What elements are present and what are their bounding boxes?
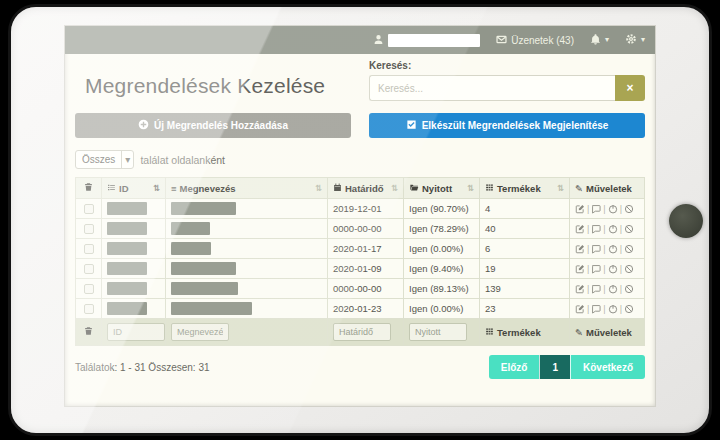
redacted-id [107, 262, 147, 275]
delete-selected-header[interactable] [76, 178, 102, 199]
edit-icon[interactable] [575, 204, 585, 214]
power-icon[interactable] [608, 264, 618, 274]
orders-table: ID ⇅ ≡ Megnevezés ⇅ [75, 177, 645, 346]
table-row: 2020-01-17 Igen (0.00%) 6 | | | [76, 239, 645, 259]
pagination-prev-button[interactable]: Előző [489, 355, 540, 379]
row-checkbox[interactable] [84, 284, 94, 294]
pagination-current-page[interactable]: 1 [539, 355, 570, 379]
filter-name-input[interactable] [171, 323, 229, 341]
header-id-label: ID [119, 183, 129, 194]
page-size-select[interactable]: Összes ▾ [75, 150, 134, 169]
comment-icon[interactable] [591, 244, 601, 254]
edit-icon[interactable] [575, 224, 585, 234]
row-checkbox[interactable] [84, 224, 94, 234]
tablet-home-button[interactable] [669, 204, 703, 238]
tablet-frame: Üzenetek (43) ▾ ▾ Megrendelések Kezelése [8, 4, 712, 436]
row-checkbox[interactable] [84, 264, 94, 274]
header-deadline[interactable]: Határidő ⇅ [328, 178, 404, 199]
notifications-menu[interactable]: ▾ [590, 34, 609, 47]
sort-icon: ⇅ [467, 183, 474, 193]
add-order-button[interactable]: Új Megrendelés Hozzáadása [75, 113, 351, 138]
user-menu[interactable] [373, 34, 480, 47]
separator: | [603, 264, 605, 274]
separator: | [587, 284, 589, 294]
separator: | [620, 244, 622, 254]
edit-icon[interactable] [575, 304, 585, 314]
power-icon[interactable] [608, 244, 618, 254]
header-name[interactable]: ≡ Megnevezés ⇅ [166, 178, 328, 199]
products-cell: 19 [480, 259, 570, 279]
ban-icon[interactable] [624, 284, 634, 294]
settings-menu[interactable]: ▾ [625, 33, 645, 47]
list-icon [107, 183, 116, 194]
edit-icon[interactable] [575, 264, 585, 274]
caret-down-icon: ▾ [641, 36, 645, 44]
deadline-cell: 0000-00-00 [328, 219, 404, 239]
power-icon[interactable] [608, 284, 618, 294]
ban-icon[interactable] [624, 264, 634, 274]
comment-icon[interactable] [591, 204, 601, 214]
products-cell: 6 [480, 239, 570, 259]
filter-deadline-input[interactable] [333, 323, 391, 341]
bell-icon [590, 34, 601, 47]
power-icon[interactable] [608, 224, 618, 234]
separator: | [587, 224, 589, 234]
clear-search-button[interactable]: × [615, 75, 645, 101]
trash-icon[interactable] [84, 182, 93, 192]
edit-icon[interactable] [575, 244, 585, 254]
products-cell: 40 [480, 219, 570, 239]
header-products[interactable]: Termékek ⇅ [480, 178, 570, 199]
filter-open-input[interactable] [409, 323, 467, 341]
messages-link[interactable]: Üzenetek (43) [496, 34, 574, 47]
ban-icon[interactable] [624, 244, 634, 254]
top-navbar: Üzenetek (43) ▾ ▾ [65, 26, 655, 54]
row-checkbox[interactable] [84, 304, 94, 314]
redacted-name [171, 202, 236, 215]
row-checkbox[interactable] [84, 244, 94, 254]
header-id[interactable]: ID ⇅ [102, 178, 166, 199]
pencil-icon: ✎ [575, 327, 583, 338]
header-name-label: Megnevezés [180, 183, 236, 194]
separator: | [587, 244, 589, 254]
edit-icon[interactable] [575, 284, 585, 294]
header-open[interactable]: Nyitott ⇅ [404, 178, 480, 199]
add-order-label: Új Megrendelés Hozzáadása [154, 120, 288, 131]
trash-icon[interactable] [84, 326, 93, 336]
comment-icon[interactable] [591, 304, 601, 314]
separator: | [587, 264, 589, 274]
search-input[interactable] [369, 75, 615, 101]
filter-id-input[interactable] [107, 323, 165, 341]
header-open-label: Nyitott [422, 183, 452, 194]
redacted-name [171, 242, 211, 255]
ban-icon[interactable] [624, 304, 634, 314]
comment-icon[interactable] [591, 264, 601, 274]
results-summary: Találatok: 1 - 31 Összesen: 31 [75, 362, 210, 373]
messages-label: Üzenetek (43) [511, 35, 574, 46]
power-icon[interactable] [608, 204, 618, 214]
header-operations: ✎ Műveletek [570, 178, 645, 199]
comment-icon[interactable] [591, 224, 601, 234]
pagination-next-button[interactable]: Következő [570, 355, 645, 379]
separator: | [620, 224, 622, 234]
separator: | [587, 204, 589, 214]
open-cell: Igen (78.29%) [404, 219, 480, 239]
open-cell: Igen (0.00%) [404, 239, 480, 259]
sort-icon: ⇅ [391, 183, 398, 193]
ban-icon[interactable] [624, 224, 634, 234]
page-size-label: találat oldalanként [140, 154, 225, 166]
separator: | [603, 244, 605, 254]
app-screen: Üzenetek (43) ▾ ▾ Megrendelések Kezelése [64, 25, 656, 407]
products-cell: 4 [480, 199, 570, 219]
redacted-name [171, 222, 210, 235]
row-checkbox[interactable] [84, 204, 94, 214]
separator: | [603, 304, 605, 314]
sort-icon: ⇅ [153, 183, 160, 193]
caret-down-icon: ▾ [605, 36, 609, 44]
header-products-label: Termékek [497, 183, 541, 194]
sort-icon: ⇅ [557, 183, 564, 193]
redacted-name [171, 282, 238, 295]
comment-icon[interactable] [591, 284, 601, 294]
power-icon[interactable] [608, 304, 618, 314]
show-completed-button[interactable]: Elkészült Megrendelések Megjelenítése [369, 113, 645, 138]
ban-icon[interactable] [624, 204, 634, 214]
